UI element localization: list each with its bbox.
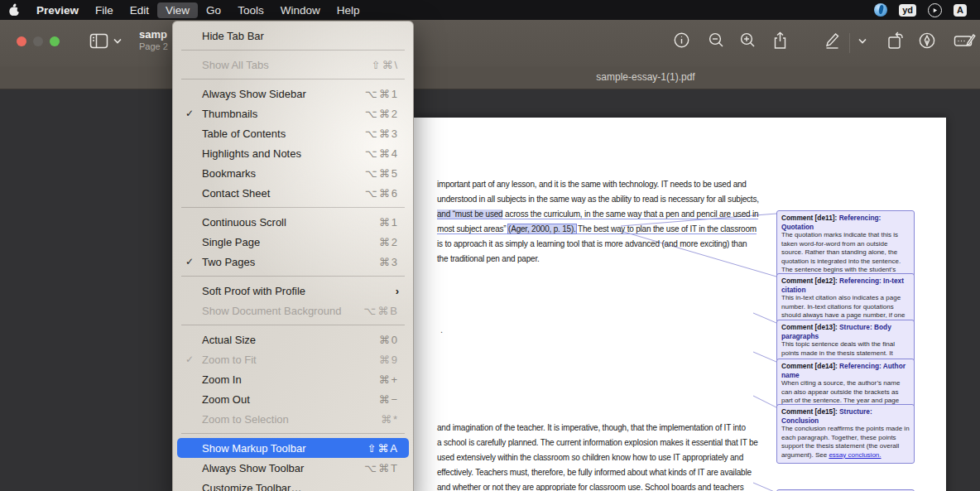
essay-line: understood in all subjects in the same w… [437, 192, 761, 207]
zoom-out-icon[interactable] [708, 31, 725, 49]
essay-text: is to approach it as simply a learning t… [437, 239, 747, 248]
menu-item-always-show-toolbar[interactable]: Always Show Toolbar⌥⌘T [177, 458, 409, 478]
menu-item-label: Zoom to Fit [202, 354, 379, 366]
markup-chevron-down-icon[interactable] [858, 38, 867, 44]
menu-item-show-document-background: Show Document Background⌥⌘B [177, 301, 409, 320]
menu-bar-status-area: yd A [874, 3, 980, 17]
menu-item-shortcut: ⌥⌘1 [365, 88, 399, 100]
essay-line: most subject areas” (Ager, 2000, p. 15).… [437, 222, 761, 237]
menu-item-zoom-out[interactable]: Zoom Out⌘− [177, 389, 409, 409]
menu-item-shortcut: ⌘0 [379, 334, 399, 346]
essay-text: effectively. Teachers must, therefore, b… [437, 468, 752, 477]
menu-divider [181, 207, 405, 208]
menu-item-label: Highlights and Notes [202, 147, 365, 160]
menu-item-label: Single Page [202, 236, 379, 248]
zoom-window-button[interactable] [50, 36, 60, 46]
menu-item-shortcut: ⌘* [381, 413, 399, 426]
minimize-button[interactable] [33, 36, 43, 46]
menu-item-label: Hide Tab Bar [202, 30, 399, 42]
menu-item-shortcut: ⌥⌘B [363, 305, 399, 317]
essay-text: important part of any lesson, and it is … [437, 180, 747, 189]
app-status-icon[interactable] [874, 3, 887, 17]
menu-item-shortcut: ⌥⌘2 [365, 108, 399, 120]
comment-header: Comment [de15]: Structure: Conclusion [781, 407, 910, 425]
submenu-chevron-icon: › [396, 285, 399, 297]
zoom-in-icon[interactable] [739, 31, 757, 49]
essay-line: is to approach it as simply a learning t… [437, 237, 761, 252]
menu-item-shortcut: ⌥⌘3 [365, 128, 399, 140]
annotated-text: most subject areas” [437, 224, 508, 234]
essay-text: understood in all subjects in the same w… [437, 195, 759, 204]
menu-divider [181, 276, 405, 277]
menu-item-single-page[interactable]: Single Page⌘2 [177, 232, 409, 252]
play-status-icon[interactable] [928, 3, 942, 17]
menu-item-label: Soft Proof with Profile [202, 285, 396, 297]
menu-item-show-all-tabs: Show All Tabs⇧⌘\ [177, 55, 409, 75]
menu-item-zoom-to-fit: ✓Zoom to Fit⌘9 [177, 349, 409, 369]
yd-status-icon[interactable]: yd [899, 4, 916, 17]
close-button[interactable] [17, 36, 26, 46]
menu-divider [181, 433, 405, 434]
comment-header: Comment [de11]: Referencing: Quotation [781, 214, 910, 231]
sidebar-chevron-down-icon[interactable] [113, 38, 122, 44]
menu-item-continuous-scroll[interactable]: Continuous Scroll⌘1 [177, 212, 409, 232]
apple-menu[interactable] [0, 3, 28, 17]
menu-item-shortcut: ⌥⌘5 [365, 167, 399, 180]
menu-divider [181, 50, 405, 51]
preview-window: samp Page 2 [0, 20, 980, 491]
menubar-item-view[interactable]: View [157, 2, 198, 18]
apple-logo-icon [8, 3, 20, 17]
menu-item-table-of-contents[interactable]: Table of Contents⌥⌘3 [177, 123, 409, 143]
menu-item-always-show-sidebar[interactable]: Always Show Sidebar⌥⌘1 [177, 84, 409, 103]
menu-item-bookmarks[interactable]: Bookmarks⌥⌘5 [177, 163, 409, 183]
essay-line: used extensively within the classroom so… [437, 450, 761, 465]
menubar-item-edit[interactable]: Edit [122, 2, 157, 18]
menu-item-zoom-to-selection: Zoom to Selection⌘* [177, 409, 409, 429]
menu-item-highlights-and-notes[interactable]: Highlights and Notes⌥⌘4 [177, 143, 409, 163]
fill-and-sign-icon[interactable] [954, 31, 976, 50]
comment-box-5[interactable]: Comment [de15]: Structure: ConclusionThe… [776, 404, 915, 464]
menubar-item-tools[interactable]: Tools [229, 2, 272, 18]
essay-line: a school is carefully planned. The curre… [437, 436, 761, 450]
window-title-text: samp [139, 28, 172, 41]
highlighter-icon[interactable] [918, 31, 936, 50]
essay-text: the traditional pen and paper. [437, 254, 540, 263]
menu-item-shortcut: ⌘+ [378, 373, 399, 386]
menu-item-zoom-in[interactable]: Zoom In⌘+ [177, 369, 409, 389]
menu-item-customize-toolbar[interactable]: Customize Toolbar… [177, 478, 409, 491]
menu-item-label: Two Pages [202, 256, 379, 268]
essay-paragraph-2: and imagination of the teacher. It is im… [437, 421, 761, 491]
menu-item-thumbnails[interactable]: ✓Thumbnails⌥⌘2 [177, 103, 409, 123]
menu-item-two-pages[interactable]: ✓Two Pages⌘3 [177, 252, 409, 272]
menu-divider [181, 79, 405, 79]
essay-line: effectively. Teachers must, therefore, b… [437, 465, 761, 480]
annotated-text: and “must be used [437, 209, 502, 219]
a-status-icon[interactable]: A [954, 4, 967, 17]
menu-item-label: Thumbnails [202, 108, 365, 120]
comment-link[interactable]: essay conclusion. [829, 451, 881, 459]
essay-text: used extensively within the classroom so… [437, 453, 743, 462]
comment-header: Comment [de12]: Referencing: In-text cit… [781, 277, 910, 294]
menu-item-hide-tab-bar[interactable]: Hide Tab Bar [177, 26, 409, 46]
menu-item-contact-sheet[interactable]: Contact Sheet⌥⌘6 [177, 183, 409, 203]
menubar-item-help[interactable]: Help [329, 2, 368, 18]
menu-item-label: Always Show Toolbar [202, 462, 364, 474]
menu-item-shortcut: ⌥⌘6 [365, 187, 399, 200]
sidebar-toggle-icon[interactable] [89, 32, 111, 51]
essay-text: and whether or not they are appropriate … [437, 483, 743, 491]
markup-pen-icon[interactable] [822, 31, 842, 51]
share-icon[interactable] [771, 31, 789, 50]
menu-item-shortcut: ⇧⌘A [367, 442, 399, 455]
menu-item-show-markup-toolbar[interactable]: Show Markup Toolbar⇧⌘A [177, 438, 409, 458]
menubar-item-file[interactable]: File [87, 2, 122, 18]
pdf-page: important part of any lesson, and it is … [414, 118, 946, 491]
menubar-item-window[interactable]: Window [272, 2, 329, 18]
tab-title[interactable]: sample-essay-1(1).pdf [596, 71, 694, 83]
info-icon[interactable] [673, 31, 690, 49]
menu-item-soft-proof-with-profile[interactable]: Soft Proof with Profile› [177, 281, 409, 301]
menubar-item-go[interactable]: Go [198, 2, 229, 18]
rotate-icon[interactable] [886, 31, 906, 51]
menubar-item-preview[interactable]: Preview [28, 2, 87, 18]
menu-item-actual-size[interactable]: Actual Size⌘0 [177, 330, 409, 349]
menu-item-label: Show Document Background [202, 305, 363, 317]
